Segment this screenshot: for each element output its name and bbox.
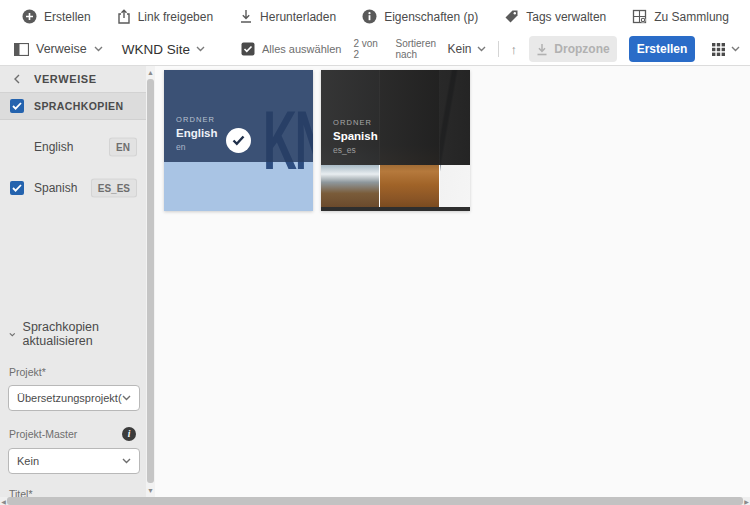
- plus-circle-icon: [22, 9, 37, 24]
- to-collection-button[interactable]: Zu Sammlung: [632, 9, 729, 24]
- selection-action-toolbar: Erstellen Link freigeben Herunterladen E…: [0, 0, 750, 33]
- download-label: Herunterladen: [260, 10, 336, 24]
- scroll-left-icon[interactable]: ◀: [0, 497, 7, 505]
- check-icon: [12, 102, 22, 110]
- language-badge-en: EN: [109, 138, 137, 157]
- project-master-select[interactable]: Kein: [8, 448, 140, 474]
- collection-icon: [632, 9, 647, 24]
- language-label-english: English: [34, 140, 73, 154]
- folder-card-spanish[interactable]: ORDNER Spanish es_es: [321, 70, 470, 211]
- chevron-down-icon: [122, 395, 131, 401]
- chevron-left-icon: [14, 74, 20, 84]
- asset-grid: KND ORDNER English en ORDNER Spanish es_…: [155, 66, 750, 497]
- share-link-button[interactable]: Link freigeben: [117, 9, 213, 24]
- create-asset-label: Erstellen: [637, 42, 688, 56]
- check-icon: [12, 184, 22, 192]
- chevron-down-icon: [477, 46, 486, 52]
- dropzone-button[interactable]: Dropzone: [529, 36, 617, 62]
- rail-icon: [14, 43, 29, 56]
- properties-button[interactable]: Eigenschaften (p): [362, 9, 478, 24]
- card-type-label: ORDNER: [333, 118, 470, 127]
- chevron-down-icon: [122, 458, 131, 464]
- spanish-card-overlay: ORDNER Spanish es_es: [321, 70, 470, 165]
- project-field-label: Projekt*: [0, 366, 146, 378]
- share-icon: [117, 9, 131, 24]
- rail-selector-verweise[interactable]: Verweise: [14, 42, 103, 56]
- chevron-down-icon: [94, 46, 103, 52]
- sort-by-label: Sortieren nach: [395, 38, 435, 61]
- horizontal-scrollbar[interactable]: ◀ ▶: [0, 497, 750, 505]
- tag-icon: [504, 9, 519, 24]
- language-row-english[interactable]: English EN: [0, 133, 146, 161]
- references-rail: VERWEISE SPRACHKOPIEN English EN Spanish…: [0, 66, 146, 497]
- rail-header[interactable]: VERWEISE: [0, 66, 146, 93]
- project-select-value: Übersetzungsprojekt(e) erst...: [17, 392, 122, 404]
- project-master-value: Kein: [17, 455, 39, 467]
- chevron-down-icon: [196, 46, 205, 52]
- scroll-up-icon[interactable]: ▲: [146, 67, 155, 78]
- to-collection-label: Zu Sammlung: [654, 10, 729, 24]
- sort-direction-icon[interactable]: ↑: [511, 42, 518, 57]
- spanish-checkbox[interactable]: [10, 181, 24, 195]
- form-section-toggle[interactable]: Sprachkopien aktualisieren: [0, 320, 146, 348]
- manage-tags-button[interactable]: Tags verwalten: [504, 9, 606, 24]
- create-asset-button[interactable]: Erstellen: [629, 36, 695, 62]
- info-icon: [362, 9, 377, 24]
- project-master-label: Projekt-Master: [0, 428, 77, 440]
- chevron-down-icon: [731, 46, 740, 52]
- action-buttons-group: Erstellen Link freigeben Herunterladen E…: [22, 9, 750, 25]
- language-copies-label: SPRACHKOPIEN: [34, 100, 123, 112]
- scroll-down-icon[interactable]: ▼: [146, 485, 155, 496]
- checkbox-all-icon: [241, 42, 255, 56]
- manage-tags-label: Tags verwalten: [526, 10, 606, 24]
- project-master-info-icon[interactable]: i: [122, 427, 136, 441]
- toolbar-divider: [498, 41, 499, 57]
- aem-references-screen: Erstellen Link freigeben Herunterladen E…: [0, 0, 750, 505]
- folder-card-english[interactable]: KND ORDNER English en: [164, 70, 313, 211]
- dropzone-label: Dropzone: [554, 42, 609, 56]
- create-label: Erstellen: [44, 10, 91, 24]
- card-type-label: ORDNER: [176, 115, 313, 124]
- rail-vertical-scrollbar[interactable]: ▲ ▼: [146, 66, 155, 497]
- language-label-spanish: Spanish: [34, 181, 77, 195]
- view-switcher[interactable]: [711, 42, 740, 57]
- grid-view-icon: [711, 42, 726, 57]
- vertical-scroll-thumb[interactable]: [147, 79, 154, 483]
- create-button[interactable]: Erstellen: [22, 9, 91, 24]
- properties-label: Eigenschaften (p): [384, 10, 478, 24]
- language-copies-checkbox[interactable]: [10, 99, 24, 113]
- update-language-copies-form: Sprachkopien aktualisieren Projekt* Über…: [0, 320, 146, 505]
- card-subtitle: es_es: [333, 145, 470, 155]
- sort-value-label: Kein: [447, 42, 471, 56]
- site-title-dropdown[interactable]: WKND Site: [122, 42, 205, 57]
- project-select[interactable]: Übersetzungsprojekt(e) erst...: [8, 385, 140, 411]
- dropzone-download-icon: [536, 43, 548, 56]
- form-section-title: Sprachkopien aktualisieren: [23, 320, 146, 348]
- language-badge-es-es: ES_ES: [91, 179, 137, 198]
- select-all-button[interactable]: Alles auswählen: [241, 42, 342, 56]
- chevron-down-icon: [9, 332, 16, 337]
- content-nav-toolbar: Verweise WKND Site Alles auswählen 2 von…: [0, 33, 750, 66]
- selected-check-badge[interactable]: [226, 128, 251, 153]
- card-title: Spanish: [333, 130, 470, 142]
- rail-header-label: VERWEISE: [34, 73, 97, 85]
- site-title-label: WKND Site: [122, 42, 190, 57]
- rail-label: Verweise: [36, 42, 87, 56]
- language-row-spanish[interactable]: Spanish ES_ES: [0, 174, 146, 202]
- share-link-label: Link freigeben: [138, 10, 213, 24]
- download-icon: [239, 9, 253, 24]
- nav-right-group: WKND Site Alles auswählen 2 von 2 Sortie…: [122, 36, 740, 62]
- check-icon: [232, 135, 245, 146]
- sort-value-dropdown[interactable]: Kein: [447, 42, 485, 56]
- download-button[interactable]: Herunterladen: [239, 9, 336, 24]
- language-copies-section-row[interactable]: SPRACHKOPIEN: [0, 93, 146, 120]
- select-all-label: Alles auswählen: [262, 43, 342, 55]
- scroll-right-icon[interactable]: ▶: [743, 497, 750, 505]
- selection-count-of-total: 2 von 2: [353, 38, 383, 61]
- project-master-label-row: Projekt-Master i: [0, 427, 146, 441]
- horizontal-scroll-thumb[interactable]: [7, 497, 743, 505]
